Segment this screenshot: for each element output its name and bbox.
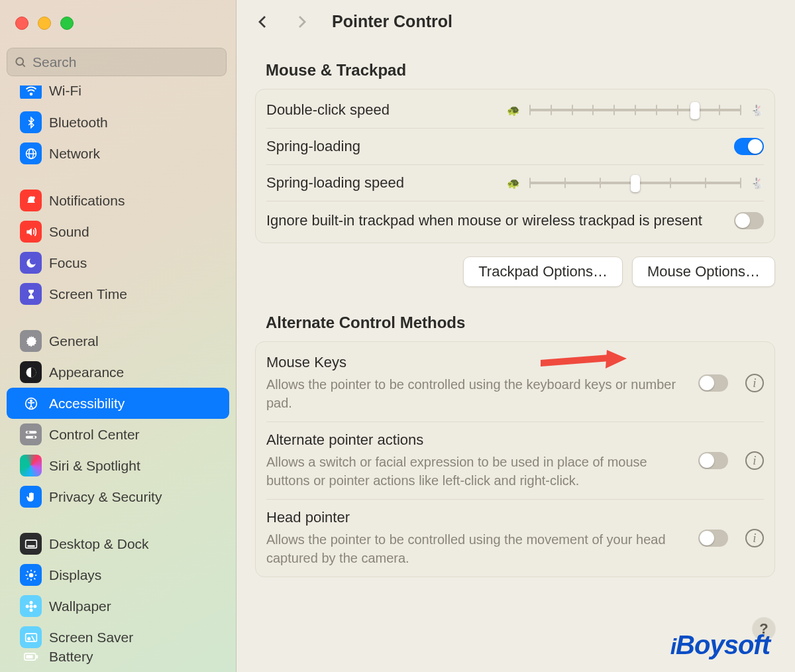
hand-icon [20, 486, 42, 508]
search-field[interactable] [7, 48, 227, 76]
sidebar-item-desktop[interactable]: Desktop & Dock [7, 528, 229, 559]
sidebar-item-bluetooth[interactable]: Bluetooth [7, 107, 229, 138]
svg-point-6 [32, 196, 35, 199]
close-window-button[interactable] [15, 17, 28, 30]
mouse-keys-toggle[interactable] [698, 374, 728, 392]
watermark: iBoysoft [670, 630, 770, 660]
sidebar-item-label: Privacy & Security [49, 489, 162, 505]
row-alt-pointer: Alternate pointer actions Allows a switc… [266, 421, 764, 499]
mouse-options-button[interactable]: Mouse Options… [632, 256, 775, 287]
sidebar-item-sound[interactable]: Sound [7, 216, 229, 247]
alt-pointer-toggle[interactable] [698, 452, 728, 469]
sidebar-item-accessibility[interactable]: Accessibility [7, 388, 229, 419]
row-spring-loading: Spring-loading [266, 128, 764, 164]
sidebar-item-siri[interactable]: Siri & Spotlight [7, 450, 229, 481]
search-icon [14, 56, 27, 69]
svg-point-30 [25, 604, 28, 608]
sidebar-item-label: Displays [49, 567, 101, 583]
sidebar-item-notifications[interactable]: Notifications [7, 185, 229, 216]
svg-point-14 [32, 436, 34, 438]
sidebar-item-label: Wallpaper [49, 598, 111, 614]
label-mouse-keys: Mouse Keys [266, 354, 685, 371]
svg-point-13 [27, 431, 29, 433]
svg-point-15 [25, 460, 36, 471]
sidebar-item-wifi[interactable]: Wi-Fi [7, 85, 229, 99]
main-content: Pointer Control Mouse & Trackpad Double-… [237, 0, 795, 672]
speaker-icon [20, 221, 42, 243]
sidebar-item-label: Screen Saver [49, 630, 133, 645]
double-click-speed-slider[interactable] [529, 109, 741, 111]
sidebar-item-label: Network [49, 146, 100, 162]
search-input[interactable] [32, 54, 226, 70]
sidebar-item-label: Accessibility [49, 396, 125, 412]
svg-point-0 [16, 58, 23, 65]
row-spring-loading-speed: Spring-loading speed 🐢 🐇 [266, 164, 764, 201]
head-pointer-toggle[interactable] [698, 530, 728, 547]
svg-line-26 [34, 571, 35, 572]
ignore-trackpad-toggle[interactable] [734, 212, 764, 229]
svg-point-10 [30, 400, 32, 402]
rabbit-icon: 🐇 [751, 104, 764, 117]
sidebar-item-label: Wi-Fi [49, 85, 81, 99]
siri-icon [20, 455, 42, 476]
page-title: Pointer Control [332, 12, 452, 31]
sidebar-item-network[interactable]: Network [7, 138, 229, 169]
label-spring-speed: Spring-loading speed [266, 174, 404, 192]
row-head-pointer: Head pointer Allows the pointer to be co… [266, 499, 764, 577]
window-controls [0, 0, 236, 48]
svg-rect-35 [36, 655, 38, 658]
moon-icon [20, 252, 42, 274]
label-spring-loading: Spring-loading [266, 138, 721, 155]
options-button-row: Trackpad Options… Mouse Options… [255, 256, 775, 287]
svg-point-18 [28, 573, 33, 577]
spring-loading-speed-slider[interactable] [529, 182, 741, 184]
desc-head-pointer: Allows the pointer to be controlled usin… [266, 530, 685, 567]
row-mouse-keys: Mouse Keys Allows the pointer to be cont… [256, 342, 774, 421]
tortoise-icon: 🐢 [507, 104, 520, 117]
svg-point-28 [29, 600, 32, 604]
head-pointer-info-button[interactable]: i [745, 529, 764, 547]
sidebar-item-label: Focus [49, 255, 87, 271]
sidebar: Wi-FiBluetoothNetworkNotificationsSoundF… [0, 0, 237, 672]
sidebar-item-label: Control Center [49, 427, 140, 443]
svg-rect-12 [25, 435, 36, 438]
spring-loading-toggle[interactable] [734, 138, 764, 155]
sidebar-item-battery[interactable]: Battery [7, 645, 229, 665]
fullscreen-window-button[interactable] [60, 17, 74, 30]
tortoise-icon: 🐢 [507, 177, 520, 190]
hourglass-icon [20, 283, 42, 305]
sidebar-item-label: Sound [49, 224, 89, 240]
back-button[interactable] [255, 13, 271, 31]
sidebar-item-wallpaper[interactable]: Wallpaper [7, 590, 229, 622]
mouse-keys-info-button[interactable]: i [745, 374, 764, 392]
sidebar-item-focus[interactable]: Focus [7, 247, 229, 278]
panel-mouse-trackpad: Double-click speed 🐢 🐇 Spring-loading Sp… [255, 89, 775, 243]
sidebar-item-screentime[interactable]: Screen Time [7, 278, 229, 309]
accessibility-icon [20, 392, 42, 414]
sidebar-list: Wi-FiBluetoothNetworkNotificationsSoundF… [0, 85, 236, 672]
appearance-icon [20, 361, 42, 383]
svg-rect-32 [25, 634, 36, 642]
label-head-pointer: Head pointer [266, 509, 685, 526]
sidebar-item-displays[interactable]: Displays [7, 559, 229, 590]
sidebar-item-controlcenter[interactable]: Control Center [7, 419, 229, 450]
svg-point-31 [33, 604, 36, 608]
slider-thumb[interactable] [690, 102, 700, 119]
slider-thumb[interactable] [631, 175, 640, 192]
label-alt-pointer: Alternate pointer actions [266, 431, 685, 449]
desc-alt-pointer: Allows a switch or facial expression to … [266, 453, 685, 490]
sidebar-item-label: Notifications [49, 193, 125, 209]
minimize-window-button[interactable] [38, 17, 51, 30]
globe-icon [20, 142, 42, 164]
forward-button[interactable] [293, 13, 309, 31]
sidebar-item-appearance[interactable]: Appearance [7, 357, 229, 388]
sidebar-item-privacy[interactable]: Privacy & Security [7, 481, 229, 512]
section-heading-alternate: Alternate Control Methods [266, 313, 775, 332]
svg-line-23 [26, 571, 28, 572]
sidebar-item-general[interactable]: General [7, 325, 229, 357]
svg-point-2 [30, 93, 32, 95]
alt-pointer-info-button[interactable]: i [745, 451, 764, 470]
sidebar-item-label: Screen Time [49, 286, 127, 302]
sidebar-item-label: Desktop & Dock [49, 536, 149, 552]
trackpad-options-button[interactable]: Trackpad Options… [463, 256, 623, 287]
